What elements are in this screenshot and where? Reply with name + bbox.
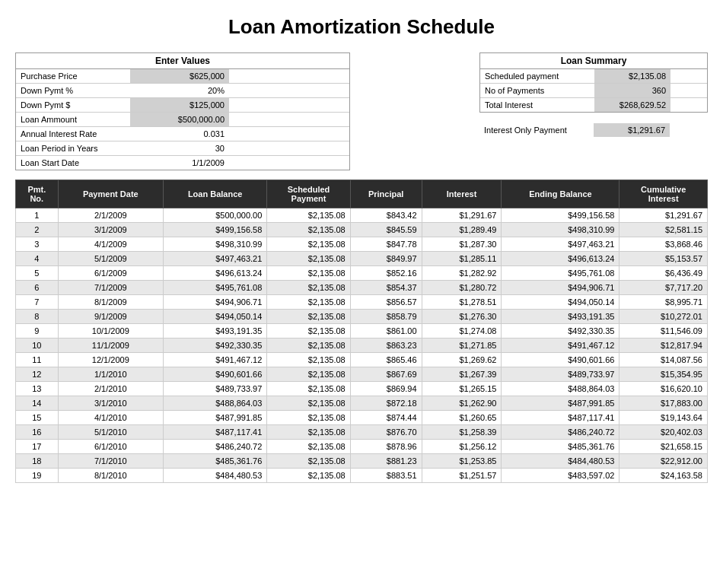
table-cell: $2,135.08 <box>267 396 350 411</box>
table-row: 910/1/2009$493,191.35$2,135.08$861.00$1,… <box>16 324 708 338</box>
table-cell: $19,143.64 <box>619 411 708 425</box>
table-cell: $499,156.58 <box>502 208 619 223</box>
table-cell: $2,135.08 <box>267 367 350 382</box>
ev-value-downdlr: $125,000 <box>130 98 229 112</box>
table-cell: $495,761.08 <box>164 281 267 295</box>
table-cell: $492,330.35 <box>502 324 619 338</box>
table-cell: 3/1/2010 <box>58 396 163 411</box>
th-pmt-no: Pmt.No. <box>16 180 59 208</box>
table-cell: 10 <box>16 338 59 353</box>
table-cell: $1,265.15 <box>422 382 502 396</box>
th-principal: Principal <box>350 180 422 208</box>
table-cell: $2,135.08 <box>267 425 350 440</box>
table-cell: 19 <box>16 469 59 483</box>
ls-row-numpayments: No of Payments 360 <box>480 84 707 98</box>
table-cell: $2,135.08 <box>267 266 350 281</box>
table-row: 1011/1/2009$492,330.35$2,135.08$863.23$1… <box>16 338 708 353</box>
table-row: 121/1/2010$490,601.66$2,135.08$867.69$1,… <box>16 367 708 382</box>
table-cell: 12 <box>16 367 59 382</box>
table-cell: $856.57 <box>350 295 422 310</box>
ev-label-downdlr: Down Pymt $ <box>16 98 130 112</box>
table-cell: 15 <box>16 411 59 425</box>
table-cell: $17,883.00 <box>619 396 708 411</box>
table-cell: $2,135.08 <box>267 295 350 310</box>
table-cell: $1,274.08 <box>422 324 502 338</box>
table-cell: $861.00 <box>350 324 422 338</box>
enter-values-title: Enter Values <box>16 53 349 69</box>
ev-value-rate: 0.031 <box>130 127 229 141</box>
table-cell: $14,087.56 <box>619 353 708 367</box>
ev-row-purchase: Purchase Price $625,000 <box>16 69 349 84</box>
table-cell: $494,050.14 <box>164 310 267 324</box>
table-row: 34/1/2009$498,310.99$2,135.08$847.78$1,2… <box>16 237 708 252</box>
table-cell: $867.69 <box>350 367 422 382</box>
table-header-row: Pmt.No. Payment Date Loan Balance Schedu… <box>16 180 708 208</box>
table-cell: $487,117.41 <box>164 425 267 440</box>
table-cell: $485,361.76 <box>164 454 267 469</box>
ls-value-totalinterest: $268,629.52 <box>594 98 670 112</box>
th-ending-balance: Ending Balance <box>502 180 619 208</box>
table-cell: $493,191.35 <box>502 310 619 324</box>
table-cell: $1,291.67 <box>619 208 708 223</box>
table-cell: 8 <box>16 310 59 324</box>
io-value: $1,291.67 <box>594 123 670 137</box>
table-row: 56/1/2009$496,613.24$2,135.08$852.16$1,2… <box>16 266 708 281</box>
amortization-table: Pmt.No. Payment Date Loan Balance Schedu… <box>15 180 708 483</box>
table-cell: $489,733.97 <box>164 382 267 396</box>
table-cell: 2 <box>16 223 59 237</box>
th-payment-date: Payment Date <box>58 180 163 208</box>
table-cell: $1,289.49 <box>422 223 502 237</box>
table-cell: $876.70 <box>350 425 422 440</box>
io-container: Interest Only Payment $1,291.67 <box>479 123 670 137</box>
table-cell: $869.94 <box>350 382 422 396</box>
table-cell: 13 <box>16 382 59 396</box>
table-cell: $487,991.85 <box>502 396 619 411</box>
table-cell: 9 <box>16 324 59 338</box>
table-cell: 4/1/2010 <box>58 411 163 425</box>
table-cell: 14 <box>16 396 59 411</box>
table-cell: 11 <box>16 353 59 367</box>
table-cell: 5/1/2009 <box>58 252 163 266</box>
ls-label-numpayments: No of Payments <box>480 84 594 97</box>
table-row: 187/1/2010$485,361.76$2,135.08$881.23$1,… <box>16 454 708 469</box>
table-cell: $2,135.08 <box>267 310 350 324</box>
table-cell: $494,050.14 <box>502 295 619 310</box>
table-cell: 5 <box>16 266 59 281</box>
table-cell: $2,135.08 <box>267 469 350 483</box>
ev-row-loanamt: Loan Ammount $500,000.00 <box>16 113 349 127</box>
th-loan-balance: Loan Balance <box>164 180 267 208</box>
table-cell: $7,717.20 <box>619 281 708 295</box>
table-cell: $497,463.21 <box>502 237 619 252</box>
ls-value-numpayments: 360 <box>594 84 670 97</box>
ls-row-scheduled: Scheduled payment $2,135.08 <box>480 69 707 84</box>
table-cell: 2/1/2010 <box>58 382 163 396</box>
table-cell: $863.23 <box>350 338 422 353</box>
table-cell: $490,601.66 <box>502 353 619 367</box>
ev-row-rate: Annual Interest Rate 0.031 <box>16 127 349 141</box>
table-cell: $2,135.08 <box>267 338 350 353</box>
table-cell: 6/1/2009 <box>58 266 163 281</box>
io-label: Interest Only Payment <box>479 123 594 137</box>
table-cell: $10,272.01 <box>619 310 708 324</box>
table-cell: $16,620.10 <box>619 382 708 396</box>
table-cell: $2,135.08 <box>267 440 350 454</box>
table-cell: $2,135.08 <box>267 223 350 237</box>
table-cell: $496,613.24 <box>164 266 267 281</box>
table-cell: $2,135.08 <box>267 353 350 367</box>
table-cell: $845.59 <box>350 223 422 237</box>
table-cell: $496,613.24 <box>502 252 619 266</box>
table-cell: $2,135.08 <box>267 237 350 252</box>
table-cell: $1,276.30 <box>422 310 502 324</box>
table-cell: 6/1/2010 <box>58 440 163 454</box>
th-cumulative-interest: CumulativeInterest <box>619 180 708 208</box>
table-cell: 3/1/2009 <box>58 223 163 237</box>
table-cell: $486,240.72 <box>502 425 619 440</box>
table-row: 45/1/2009$497,463.21$2,135.08$849.97$1,2… <box>16 252 708 266</box>
table-cell: $495,761.08 <box>502 266 619 281</box>
ev-label-rate: Annual Interest Rate <box>16 127 130 141</box>
table-cell: $1,269.62 <box>422 353 502 367</box>
table-cell: 8/1/2009 <box>58 295 163 310</box>
ev-label-loanamt: Loan Ammount <box>16 113 130 126</box>
table-cell: 3 <box>16 237 59 252</box>
ev-value-downpct: 20% <box>130 84 229 97</box>
